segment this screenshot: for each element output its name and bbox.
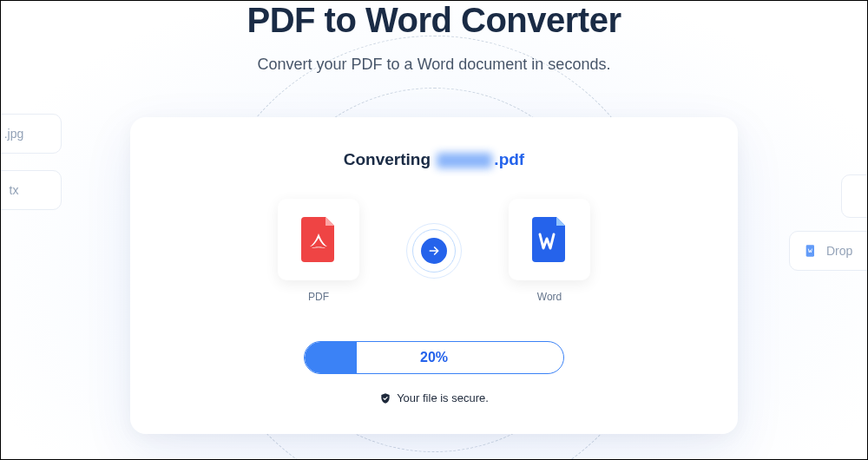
side-format-right [841,174,868,218]
side-drop-card[interactable]: Drop [789,231,868,271]
progress-fill [305,342,357,373]
side-drop-label: Drop [826,244,852,258]
conversion-row: PDF Word [165,199,703,303]
filename-redacted [437,153,492,168]
arrow-indicator [411,228,457,273]
converter-card: Converting .pdf PDF [130,117,738,434]
page-title: PDF to Word Converter [1,1,867,40]
arrow-right-icon [427,244,441,258]
target-format-label: Word [537,291,562,303]
secure-text: Your file is secure. [397,391,489,404]
pdf-icon [299,217,338,262]
page-subtitle: Convert your PDF to a Word document in s… [1,56,867,74]
secure-notice: Your file is secure. [165,391,703,404]
progress-bar: 20% [304,341,564,374]
side-format-jpg: .jpg [0,114,62,154]
converting-status: Converting .pdf [165,150,703,169]
progress-text: 20% [420,350,448,365]
file-extension: .pdf [494,150,524,168]
source-format-label: PDF [308,291,329,303]
target-file-tile: Word [509,199,590,303]
word-icon [530,217,569,262]
converting-prefix: Converting [344,150,431,168]
word-small-icon [804,244,818,258]
shield-check-icon [379,392,391,404]
source-file-tile: PDF [278,199,359,303]
side-format-tx: tx [0,170,62,210]
